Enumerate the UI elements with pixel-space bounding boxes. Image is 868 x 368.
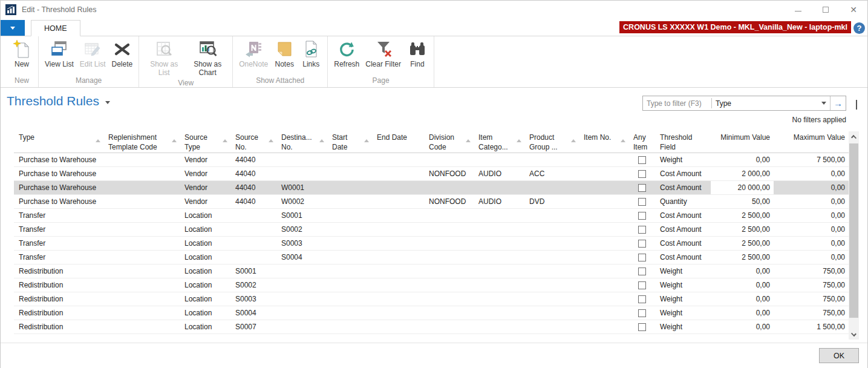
table-row[interactable]: TransferLocationS0004Cost Amount2 500,00… [14,251,849,264]
refresh-button[interactable]: Refresh [331,38,362,68]
column-header-replenishment-template-code[interactable]: Replenishment Template Code [103,131,180,153]
cell-destination-no[interactable] [276,153,327,166]
table-row[interactable]: TransferLocationS0002Cost Amount2 500,00… [14,223,849,237]
cell-product-group[interactable] [524,320,579,334]
cell-item-no[interactable] [579,292,628,306]
notes-button[interactable]: Notes [271,38,298,68]
cell-source-no[interactable]: S0004 [230,306,276,320]
cell-threshold-field[interactable]: Weight [655,306,711,320]
cell-start-date[interactable] [327,278,372,292]
cell-any-item[interactable] [628,292,655,306]
cell-minimum-value[interactable]: 2 500,00 [711,237,774,250]
cell-minimum-value[interactable]: 0,00 [711,278,774,292]
cell-item-category[interactable] [474,237,524,250]
apply-filter-button[interactable]: → [830,96,846,110]
cell-maximum-value[interactable]: 0,00 [774,195,849,208]
scrollbar-thumb[interactable] [849,143,858,318]
cell-threshold-field[interactable]: Cost Amount [655,167,711,180]
cell-start-date[interactable] [327,306,372,320]
table-row[interactable]: Purchase to WarehouseVendor44040W0002NON… [14,195,849,209]
cell-destination-no[interactable]: S0004 [276,251,327,264]
filter-field-select[interactable]: Type [712,99,830,108]
cell-any-item[interactable] [628,209,655,222]
cell-start-date[interactable] [327,167,372,180]
cell-type[interactable]: Redistribution [14,264,103,278]
cell-product-group[interactable] [524,223,579,236]
cell-replenishment-template-code[interactable] [103,306,180,320]
cell-replenishment-template-code[interactable] [103,292,180,306]
cell-any-item[interactable] [628,223,655,236]
cell-end-date[interactable] [372,237,424,250]
cell-start-date[interactable] [327,237,372,250]
any-item-checkbox[interactable] [638,212,646,220]
cell-minimum-value[interactable]: 0,00 [711,320,774,334]
cell-division-code[interactable] [424,237,474,250]
cell-item-category[interactable] [474,209,524,222]
cell-source-no[interactable]: 44040 [230,181,276,194]
column-header-item-category[interactable]: Item Catego... [474,131,524,153]
cell-product-group[interactable] [524,264,579,278]
cell-destination-no[interactable] [276,278,327,292]
delete-button[interactable]: Delete [109,38,136,68]
any-item-checkbox[interactable] [638,240,646,248]
cell-item-no[interactable] [579,181,628,194]
cell-item-category[interactable] [474,278,524,292]
cell-source-type[interactable]: Location [180,278,230,292]
cell-maximum-value[interactable]: 750,00 [774,264,849,278]
clear-filter-button[interactable]: Clear Filter [362,38,404,68]
cell-destination-no[interactable]: S0001 [276,209,327,222]
cell-any-item[interactable] [628,195,655,208]
cell-division-code[interactable] [424,306,474,320]
cell-replenishment-template-code[interactable] [103,167,180,180]
cell-minimum-value[interactable]: 0,00 [711,292,774,306]
any-item-checkbox[interactable] [638,323,646,331]
cell-maximum-value[interactable]: 0,00 [774,223,849,236]
any-item-checkbox[interactable] [638,268,646,275]
any-item-checkbox[interactable] [638,156,646,164]
cell-maximum-value[interactable]: 0,00 [774,209,849,222]
cell-start-date[interactable] [327,223,372,236]
cell-product-group[interactable] [524,209,579,222]
table-row[interactable]: RedistributionLocationS0002Weight0,00750… [14,278,849,292]
cell-product-group[interactable] [524,251,579,264]
cell-source-type[interactable]: Location [180,292,230,306]
cell-destination-no[interactable]: W0001 [276,181,327,194]
cell-start-date[interactable] [327,209,372,222]
cell-maximum-value[interactable]: 750,00 [774,292,849,306]
cell-item-category[interactable] [474,223,524,236]
links-button[interactable]: Links [298,38,324,68]
cell-replenishment-template-code[interactable] [103,251,180,264]
cell-item-category[interactable] [474,251,524,264]
cell-item-category[interactable] [474,292,524,306]
cell-threshold-field[interactable]: Cost Amount [655,251,711,264]
cell-end-date[interactable] [372,195,424,208]
edit-list-button[interactable]: Edit List [77,38,109,68]
cell-destination-no[interactable]: S0002 [276,223,327,236]
cell-type[interactable]: Redistribution [14,320,103,334]
cell-threshold-field[interactable]: Weight [655,278,711,292]
cell-destination-no[interactable] [276,292,327,306]
cell-threshold-field[interactable]: Weight [655,153,711,166]
cell-destination-no[interactable] [276,264,327,278]
cell-product-group[interactable] [524,292,579,306]
cell-item-category[interactable] [474,181,524,194]
cell-replenishment-template-code[interactable] [103,153,180,166]
column-header-threshold-field[interactable]: Threshold Field [655,131,711,153]
cell-source-no[interactable]: 44040 [230,153,276,166]
cell-replenishment-template-code[interactable] [103,209,180,222]
cell-source-type[interactable]: Vendor [180,153,230,166]
cell-replenishment-template-code[interactable] [103,181,180,194]
cell-end-date[interactable] [372,278,424,292]
cell-source-no[interactable] [230,209,276,222]
filter-input[interactable] [643,97,711,110]
cell-source-type[interactable]: Location [180,237,230,250]
cell-type[interactable]: Purchase to Warehouse [14,181,103,194]
cell-replenishment-template-code[interactable] [103,264,180,278]
cell-start-date[interactable] [327,292,372,306]
cell-division-code[interactable]: NONFOOD [424,195,474,208]
cell-source-no[interactable]: 44040 [230,167,276,180]
cell-type[interactable]: Purchase to Warehouse [14,167,103,180]
column-header-product-group[interactable]: Product Group ... [524,131,579,153]
cell-source-type[interactable]: Location [180,306,230,320]
scroll-up-button[interactable] [849,131,859,142]
